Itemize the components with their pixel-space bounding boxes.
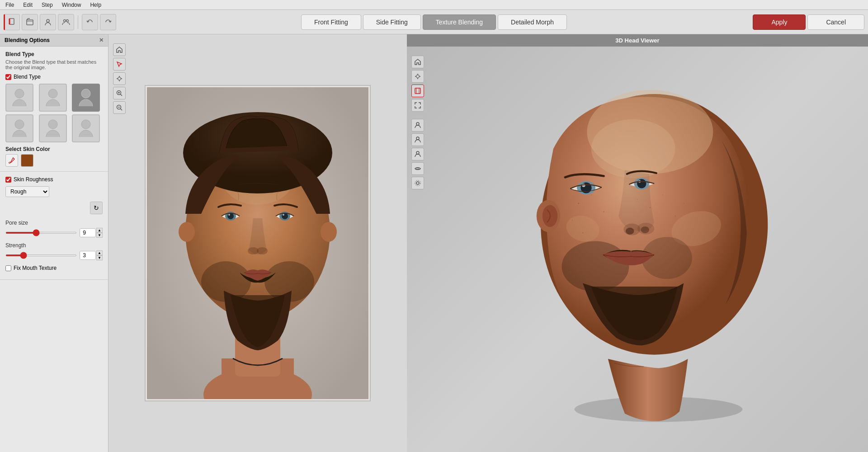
svg-point-10 bbox=[48, 120, 57, 129]
pore-size-spinner: ▲ ▼ bbox=[96, 228, 103, 238]
svg-point-12 bbox=[9, 162, 10, 164]
viewer-zoom-out-button[interactable] bbox=[113, 101, 126, 114]
menu-file[interactable]: File bbox=[4, 2, 16, 8]
svg-point-46 bbox=[416, 151, 419, 154]
svg-point-74 bbox=[582, 232, 584, 234]
avatar-option-4[interactable] bbox=[5, 114, 33, 142]
menu-step[interactable]: Step bbox=[40, 2, 55, 8]
center-panel bbox=[108, 34, 407, 452]
skin-color-swatch[interactable] bbox=[21, 154, 33, 167]
svg-rect-2 bbox=[27, 20, 33, 25]
fix-mouth-checkbox-label[interactable]: Fix Mouth Texture bbox=[5, 265, 103, 271]
3d-settings-button[interactable] bbox=[411, 177, 424, 189]
svg-point-79 bbox=[683, 203, 684, 204]
svg-point-70 bbox=[578, 203, 579, 204]
strength-label: Strength bbox=[5, 242, 103, 249]
apply-button[interactable]: Apply bbox=[753, 14, 806, 30]
svg-point-33 bbox=[257, 247, 268, 254]
color-eyedropper-button[interactable] bbox=[5, 154, 18, 167]
svg-point-11 bbox=[81, 120, 90, 129]
fix-mouth-checkbox[interactable] bbox=[5, 265, 11, 271]
action-buttons: Apply Cancel bbox=[753, 14, 864, 30]
group-button[interactable] bbox=[58, 14, 74, 30]
3d-person3-button[interactable] bbox=[411, 148, 424, 160]
tab-side-fitting[interactable]: Side Fitting bbox=[363, 14, 421, 30]
viewer-3d-header: 3D Head Viewer bbox=[407, 34, 868, 47]
person-button[interactable] bbox=[40, 14, 56, 30]
open-file-button[interactable] bbox=[22, 14, 38, 30]
strength-slider[interactable] bbox=[5, 254, 77, 256]
fix-mouth-label: Fix Mouth Texture bbox=[14, 265, 57, 271]
redo-button[interactable] bbox=[100, 14, 116, 30]
blend-type-checkbox-label[interactable]: Blend Type bbox=[5, 74, 103, 80]
roughness-dropdown[interactable]: Smooth Normal Rough Very Rough bbox=[5, 186, 49, 197]
cancel-button[interactable]: Cancel bbox=[807, 14, 864, 30]
skin-roughness-checkbox[interactable] bbox=[5, 177, 11, 183]
svg-point-73 bbox=[572, 220, 573, 221]
svg-point-29 bbox=[321, 222, 337, 242]
skin-roughness-section: Skin Roughness Smooth Normal Rough Very … bbox=[0, 172, 108, 280]
svg-point-53 bbox=[591, 119, 675, 178]
svg-point-49 bbox=[415, 180, 420, 186]
3d-pan-button[interactable] bbox=[411, 70, 424, 83]
3d-expand-button[interactable] bbox=[411, 99, 424, 112]
svg-rect-13 bbox=[118, 77, 121, 80]
avatar-option-6[interactable] bbox=[72, 114, 100, 142]
tab-detailed-morph[interactable]: Detailed Morph bbox=[498, 14, 567, 30]
svg-point-5 bbox=[66, 19, 69, 22]
new-file-button[interactable] bbox=[4, 14, 20, 30]
svg-point-59 bbox=[641, 226, 649, 233]
tab-texture-blending[interactable]: Texture Blending bbox=[423, 14, 496, 30]
strength-spinner: ▲ ▼ bbox=[96, 250, 103, 260]
avatar-option-2[interactable] bbox=[39, 84, 67, 112]
skin-roughness-checkbox-label[interactable]: Skin Roughness bbox=[5, 176, 103, 183]
svg-point-3 bbox=[47, 19, 49, 22]
svg-point-28 bbox=[179, 222, 195, 242]
tab-front-fitting[interactable]: Front Fitting bbox=[301, 14, 361, 30]
3d-person2-button[interactable] bbox=[411, 133, 424, 146]
svg-point-78 bbox=[675, 215, 676, 217]
undo-button[interactable] bbox=[82, 14, 98, 30]
strength-input[interactable] bbox=[80, 251, 96, 260]
3d-person1-button[interactable] bbox=[411, 119, 424, 132]
3d-eye-button[interactable] bbox=[411, 162, 424, 175]
3d-head-svg bbox=[429, 65, 845, 443]
viewer-home-button[interactable] bbox=[113, 43, 126, 56]
avatar-option-1[interactable] bbox=[5, 84, 33, 112]
svg-point-36 bbox=[228, 214, 230, 216]
viewer-toolbar bbox=[113, 43, 126, 114]
svg-line-19 bbox=[120, 108, 122, 110]
avatar-option-5[interactable] bbox=[39, 114, 67, 142]
svg-line-15 bbox=[120, 94, 122, 96]
svg-point-71 bbox=[591, 194, 592, 195]
viewer-select-button[interactable] bbox=[113, 58, 126, 71]
blend-type-checkbox[interactable] bbox=[5, 74, 11, 80]
pore-size-down[interactable]: ▼ bbox=[96, 233, 103, 238]
viewer-pan-button[interactable] bbox=[113, 72, 126, 85]
blend-type-desc: Choose the Blend type that best matches … bbox=[5, 59, 103, 70]
menu-window[interactable]: Window bbox=[60, 2, 83, 8]
menu-edit[interactable]: Edit bbox=[21, 2, 34, 8]
refresh-button[interactable]: ↻ bbox=[90, 202, 103, 214]
skin-color-title: Select Skin Color bbox=[5, 146, 103, 152]
panel-title: Blending Options bbox=[5, 37, 50, 43]
svg-point-44 bbox=[416, 122, 419, 125]
pore-size-up[interactable]: ▲ bbox=[96, 228, 103, 233]
menu-help[interactable]: Help bbox=[88, 2, 103, 8]
viewer-3d-title: 3D Head Viewer bbox=[615, 37, 659, 44]
left-panel: Blending Options ✕ Blend Type Choose the… bbox=[0, 34, 108, 452]
svg-rect-41 bbox=[415, 88, 420, 94]
3d-fit-button[interactable] bbox=[411, 85, 424, 97]
blend-type-title: Blend Type bbox=[5, 51, 103, 57]
viewer-3d-toolbar bbox=[411, 56, 424, 189]
svg-point-72 bbox=[603, 211, 604, 212]
avatar-option-3[interactable] bbox=[72, 84, 100, 112]
3d-home-button[interactable] bbox=[411, 56, 424, 68]
viewer-zoom-in-button[interactable] bbox=[113, 87, 126, 99]
strength-up[interactable]: ▲ bbox=[96, 250, 103, 255]
strength-down[interactable]: ▼ bbox=[96, 255, 103, 260]
panel-close-icon[interactable]: ✕ bbox=[99, 37, 104, 43]
pore-size-slider[interactable] bbox=[5, 232, 77, 234]
svg-point-76 bbox=[650, 207, 651, 208]
pore-size-input[interactable] bbox=[80, 228, 96, 237]
